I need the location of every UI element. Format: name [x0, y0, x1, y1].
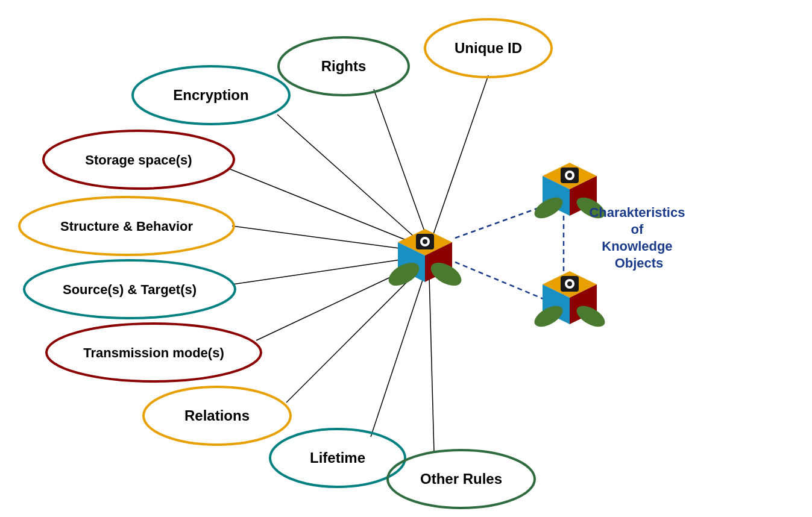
- svg-point-28: [567, 173, 572, 178]
- svg-line-8: [371, 275, 424, 437]
- lifetime-label: Lifetime: [310, 450, 365, 466]
- storage-space-label: Storage space(s): [85, 152, 192, 168]
- svg-line-0: [431, 75, 488, 241]
- rights-label: Rights: [321, 58, 367, 74]
- svg-line-7: [286, 270, 419, 403]
- transmission-label: Transmission mode(s): [83, 345, 224, 360]
- encryption-label: Encryption: [173, 87, 248, 103]
- svg-point-36: [567, 281, 572, 286]
- sources-targets-label: Source(s) & Target(s): [63, 282, 197, 297]
- svg-line-4: [232, 226, 413, 250]
- svg-line-5: [232, 258, 413, 284]
- svg-line-9: [429, 276, 434, 452]
- svg-line-3: [229, 169, 416, 244]
- relations-label: Relations: [184, 407, 250, 424]
- unique-id-label: Unique ID: [455, 40, 522, 56]
- structure-behavior-label: Structure & Behavior: [60, 219, 193, 234]
- svg-line-2: [277, 114, 419, 241]
- characteristics-title: Charakteristics of Knowledge Objects: [589, 205, 688, 271]
- svg-line-1: [374, 89, 428, 241]
- other-rules-label: Other Rules: [420, 471, 502, 487]
- right-bottom-icon: [531, 271, 608, 331]
- svg-point-20: [423, 239, 427, 244]
- center-icon: [385, 229, 465, 290]
